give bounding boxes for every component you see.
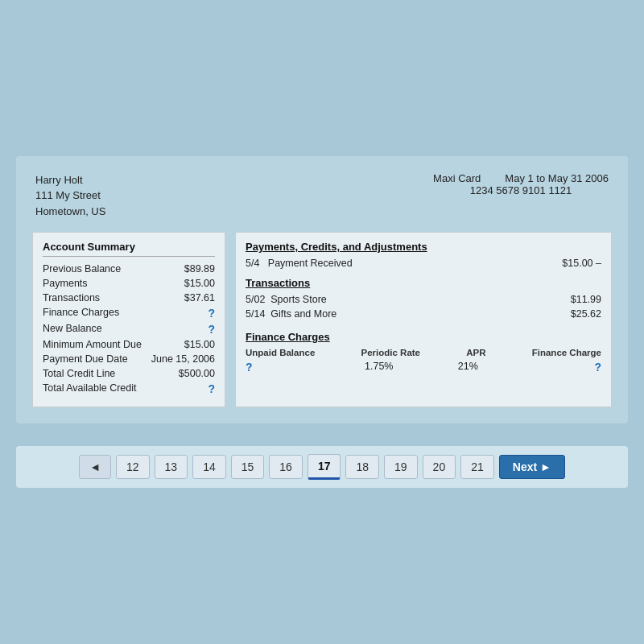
card-date-row: Maxi Card May 1 to May 31 2006: [433, 172, 609, 184]
row-transactions: Transactions $37.61: [43, 292, 215, 303]
header-section: Harry Holt 111 My Street Hometown, US Ma…: [32, 172, 612, 220]
page-21[interactable]: 21: [460, 455, 494, 479]
page-15[interactable]: 15: [231, 455, 265, 479]
payments-section-title: Payments, Credits, and Adjustments: [246, 241, 601, 253]
value-available-credit[interactable]: ?: [159, 382, 215, 395]
fc-header-periodic: Periodic Rate: [361, 348, 421, 357]
card-number: 1234 5678 9101 1121: [433, 184, 609, 196]
transaction-amount-1: $11.99: [553, 294, 601, 305]
page-17[interactable]: 17: [308, 454, 341, 480]
finance-header-row: Unpaid Balance Periodic Rate APR Finance…: [246, 348, 601, 357]
page-20[interactable]: 20: [423, 455, 456, 479]
page-13[interactable]: 13: [155, 455, 188, 479]
row-credit-line: Total Credit Line $500.00: [43, 368, 215, 379]
transaction-desc-1: 5/02 Sports Store: [246, 294, 553, 305]
label-transactions: Transactions: [43, 292, 159, 303]
row-payments: Payments $15.00: [43, 278, 215, 289]
fc-header-unpaid: Unpaid Balance: [246, 348, 315, 357]
page-19[interactable]: 19: [384, 455, 418, 479]
fc-value-apr: 21%: [423, 361, 513, 374]
page-12[interactable]: 12: [116, 455, 150, 479]
label-previous-balance: Previous Balance: [43, 263, 159, 275]
date-range: May 1 to May 31 2006: [505, 172, 609, 184]
card-name: Maxi Card: [433, 172, 481, 184]
row-finance-charges: Finance Charges ?: [43, 307, 215, 320]
transaction-amount-2: $25.62: [553, 308, 601, 320]
row-min-amount: Minimum Amount Due $15.00: [43, 339, 215, 350]
label-payment-due: Payment Due Date: [43, 353, 151, 365]
card-info-block: Maxi Card May 1 to May 31 2006 1234 5678…: [433, 172, 609, 220]
finance-section-title: Finance Charges: [246, 331, 601, 343]
value-payment-due: June 15, 2006: [151, 353, 215, 365]
payment-desc-1: 5/4 Payment Received: [246, 258, 553, 269]
fc-value-periodic: 1.75%: [335, 361, 424, 374]
page-14[interactable]: 14: [192, 455, 226, 479]
row-new-balance: New Balance ?: [43, 323, 215, 336]
value-payments: $15.00: [159, 278, 215, 289]
pagination-bar: ◄ 12 13 14 15 16 17 18 19 20 21 Next ►: [16, 446, 628, 488]
fc-value-unpaid[interactable]: ?: [246, 361, 335, 374]
label-new-balance: New Balance: [43, 323, 159, 336]
label-credit-line: Total Credit Line: [43, 368, 159, 379]
row-payment-due: Payment Due Date June 15, 2006: [43, 353, 215, 365]
fc-header-charge: Finance Charge: [532, 348, 601, 357]
label-available-credit: Total Available Credit: [43, 382, 159, 395]
row-available-credit: Total Available Credit ?: [43, 382, 215, 395]
label-payments: Payments: [43, 278, 159, 289]
prev-button[interactable]: ◄: [79, 455, 111, 479]
customer-street: 111 My Street: [35, 188, 105, 204]
next-button[interactable]: Next ►: [499, 455, 565, 479]
value-new-balance[interactable]: ?: [159, 323, 215, 336]
fc-header-apr: APR: [466, 348, 485, 357]
finance-values-row: ? 1.75% 21% ?: [246, 361, 601, 374]
payment-amount-1: $15.00 –: [553, 258, 601, 269]
label-finance-charges: Finance Charges: [43, 307, 159, 320]
label-min-amount: Minimum Amount Due: [43, 339, 159, 350]
transactions-section-title: Transactions: [246, 277, 601, 289]
payment-row-1: 5/4 Payment Received $15.00 –: [246, 258, 601, 269]
fc-value-charge[interactable]: ?: [513, 361, 602, 374]
main-container: Harry Holt 111 My Street Hometown, US Ma…: [16, 156, 628, 424]
value-transactions: $37.61: [159, 292, 215, 303]
account-summary-title: Account Summary: [43, 241, 215, 257]
main-content: Account Summary Previous Balance $89.89 …: [32, 232, 612, 407]
transaction-row-1: 5/02 Sports Store $11.99: [246, 294, 601, 305]
customer-name: Harry Holt: [35, 172, 105, 188]
value-min-amount: $15.00: [159, 339, 215, 350]
value-previous-balance: $89.89: [159, 263, 215, 275]
transaction-row-2: 5/14 Gifts and More $25.62: [246, 308, 601, 320]
value-credit-line: $500.00: [159, 368, 215, 379]
customer-city: Hometown, US: [35, 204, 105, 220]
page-16[interactable]: 16: [269, 455, 303, 479]
page-18[interactable]: 18: [345, 455, 379, 479]
right-panel: Payments, Credits, and Adjustments 5/4 P…: [235, 232, 612, 407]
value-finance-charges[interactable]: ?: [159, 307, 215, 320]
account-summary-panel: Account Summary Previous Balance $89.89 …: [32, 232, 225, 407]
row-previous-balance: Previous Balance $89.89: [43, 263, 215, 275]
address-block: Harry Holt 111 My Street Hometown, US: [35, 172, 105, 220]
transaction-desc-2: 5/14 Gifts and More: [246, 308, 553, 320]
